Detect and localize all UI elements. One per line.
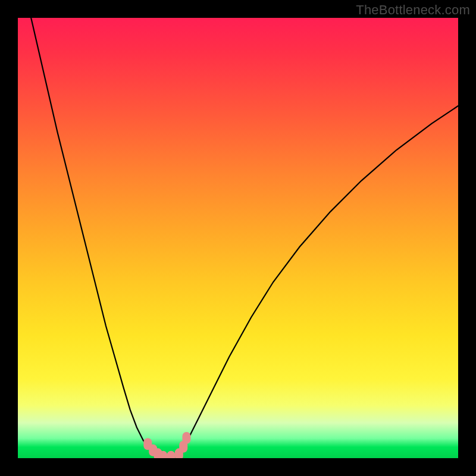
highlight-marker — [182, 432, 190, 444]
curve-layer — [18, 18, 458, 458]
chart-frame: TheBottleneck.com — [0, 0, 476, 476]
watermark-text: TheBottleneck.com — [356, 2, 470, 18]
curve-left-curve — [31, 18, 163, 458]
plot-area — [18, 18, 458, 458]
highlight-marker — [167, 451, 176, 458]
curve-right-curve — [176, 106, 458, 458]
